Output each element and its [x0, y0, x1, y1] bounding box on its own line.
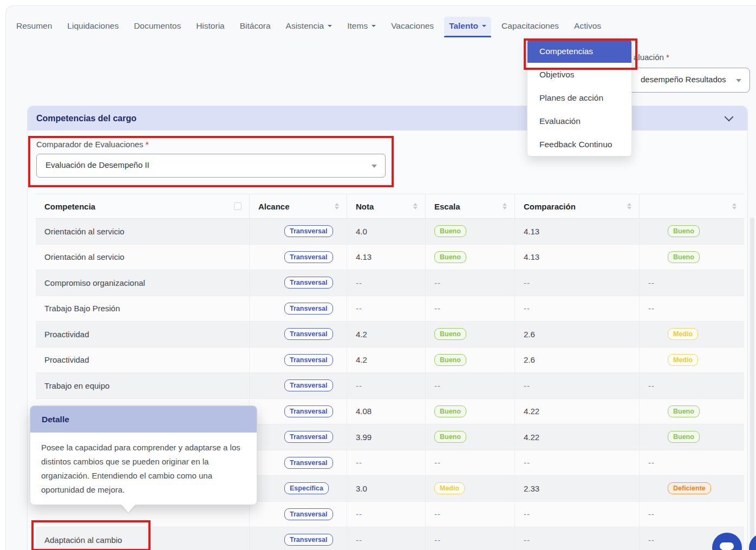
nota-cell: --	[347, 270, 426, 296]
competencia-value: Trabajo en equipo	[44, 381, 109, 390]
comparacion-value: --	[524, 381, 530, 390]
column-header-escala[interactable]: Escala	[426, 194, 515, 218]
table-row[interactable]: ProactividadTransversal4.2Bueno2.6Medio	[36, 322, 744, 348]
table-row[interactable]: Trabajo en equipoTransversal--------	[36, 373, 744, 399]
nav-item-activos[interactable]: Activos	[569, 17, 606, 35]
escala-cell: Medio	[426, 476, 515, 501]
competencia-cell[interactable]: Trabajo en equipo	[36, 373, 250, 398]
menu-item-evaluacion[interactable]: Evaluación	[527, 109, 631, 133]
column-header-competencia[interactable]: Competencia	[36, 194, 250, 218]
sort-icon[interactable]	[627, 203, 631, 210]
table-row[interactable]: ProactividadTransversal4.2Bueno2.6Medio	[36, 348, 744, 374]
nav-item-items[interactable]: Items	[342, 17, 381, 35]
escala-value: --	[434, 381, 441, 390]
nota-value: 3.99	[356, 433, 372, 442]
comparacion-cell: 4.22	[515, 424, 640, 450]
chevron-down-icon	[736, 79, 741, 82]
alcance-badge: Transversal	[284, 431, 333, 443]
nota-cell: --	[347, 373, 426, 398]
competencia-cell[interactable]: Orientación al servicio	[36, 245, 250, 270]
nav-item-resumen[interactable]: Resumen	[11, 17, 57, 35]
chevron-down-icon	[482, 25, 486, 27]
table-row[interactable]: Trabajo Bajo PresiónTransversal--------	[36, 296, 744, 322]
comparacion-escala-cell: --	[640, 450, 744, 476]
sort-asc-icon	[335, 203, 339, 206]
select-all-checkbox[interactable]	[234, 202, 242, 210]
escala-cell: Bueno	[426, 348, 515, 373]
comparacion-value: 4.22	[524, 407, 539, 416]
alcance-badge: Transversal	[284, 457, 333, 469]
sort-icon[interactable]	[335, 203, 339, 210]
comparacion-cell: 4.22	[515, 399, 640, 424]
table-row[interactable]: Orientación al servicioTransversal4.13Bu…	[36, 245, 744, 271]
nav-item-documentos[interactable]: Documentos	[129, 17, 186, 35]
competencia-cell[interactable]: Orientación al servicio	[36, 219, 250, 244]
menu-item-feedback-continuo[interactable]: Feedback Continuo	[527, 133, 631, 156]
competencia-cell[interactable]: Adaptación al cambio	[36, 527, 250, 550]
alcance-cell: Transversal	[250, 348, 347, 373]
alcance-badge: Transversal	[284, 354, 333, 366]
escala-badge: Bueno	[434, 225, 466, 237]
comparacion-escala-badge: Deficiente	[668, 482, 711, 494]
sort-icon[interactable]	[732, 203, 737, 210]
nota-cell: 4.2	[347, 322, 426, 347]
alcance-badge: Transversal	[284, 225, 333, 237]
table-row[interactable]: Compromiso organizacionalTransversal----…	[36, 270, 744, 296]
chat-bubble-icon	[720, 542, 734, 550]
menu-item-planes-de-accion[interactable]: Planes de acción	[527, 86, 631, 109]
comparacion-escala-cell: Medio	[640, 322, 744, 347]
table-row[interactable]: Transversal--------	[36, 502, 744, 528]
column-header-comparacion[interactable]: Comparación	[515, 194, 640, 218]
nav-item-bitacora[interactable]: Bitácora	[235, 17, 276, 35]
competencia-cell[interactable]: Proactividad	[36, 322, 250, 347]
sort-icon[interactable]	[413, 203, 418, 210]
nota-cell: --	[347, 450, 426, 476]
nav-item-label: Items	[347, 21, 368, 31]
competencia-cell[interactable]: Trabajo Bajo Presión	[36, 296, 250, 322]
escala-cell: --	[426, 450, 515, 476]
table-header-row: CompetenciaAlcanceNotaEscalaComparación	[36, 194, 744, 219]
escala-value: --	[434, 304, 441, 313]
escala-cell: --	[426, 296, 515, 322]
comparacion-value: 4.22	[524, 433, 539, 442]
chevron-down-icon	[328, 25, 332, 27]
scrollbar[interactable]	[750, 218, 754, 550]
escala-badge: Bueno	[434, 405, 466, 417]
escala-cell: Bueno	[426, 219, 515, 244]
sort-icon[interactable]	[503, 203, 507, 210]
nota-cell: --	[347, 502, 426, 527]
table-row[interactable]: Adaptación al cambioTransversal--------	[36, 527, 744, 550]
alcance-badge: Transversal	[284, 534, 333, 546]
competencia-cell[interactable]	[36, 502, 250, 527]
nav-item-liquidaciones[interactable]: Liquidaciones	[62, 17, 123, 35]
competencia-cell[interactable]: Compromiso organizacional	[36, 270, 250, 296]
chevron-down-icon	[372, 165, 377, 168]
nav-item-label: Asistencia	[286, 21, 324, 31]
column-header-alcance[interactable]: Alcance	[250, 194, 347, 218]
table-row[interactable]: Orientación al servicioTransversal4.0Bue…	[36, 219, 744, 245]
panel-header[interactable]: Competencias del cargo	[28, 106, 747, 130]
nav-item-vacaciones[interactable]: Vacaciones	[386, 17, 439, 35]
nota-value: --	[356, 381, 362, 390]
alcance-badge: Transversal	[284, 328, 333, 340]
collapse-chevron-icon[interactable]	[725, 113, 734, 122]
nav-item-historia[interactable]: Historia	[191, 17, 230, 35]
column-header-actions[interactable]	[640, 194, 744, 218]
nav-item-talento[interactable]: Talento	[444, 17, 491, 35]
comparator-select[interactable]: Evaluación de Desempeño II	[36, 154, 386, 178]
nota-value: --	[356, 278, 362, 287]
nav-item-capacitaciones[interactable]: Capacitaciones	[497, 17, 564, 35]
nav-item-asistencia[interactable]: Asistencia	[281, 17, 337, 35]
nota-cell: 3.0	[347, 476, 426, 501]
nota-cell: 4.13	[347, 245, 426, 270]
column-header-nota[interactable]: Nota	[347, 194, 426, 218]
menu-item-objetivos[interactable]: Objetivos	[527, 63, 631, 86]
menu-item-competencias[interactable]: Competencias	[527, 40, 631, 63]
escala-value: --	[434, 278, 441, 287]
nav-item-label: Vacaciones	[391, 21, 434, 31]
comparacion-cell: --	[515, 296, 640, 322]
evaluation-type-select[interactable]: desempeño Resultados	[617, 68, 750, 93]
sort-asc-icon	[503, 203, 507, 206]
competencia-cell[interactable]: Proactividad	[36, 348, 250, 373]
nota-value: --	[356, 458, 362, 467]
